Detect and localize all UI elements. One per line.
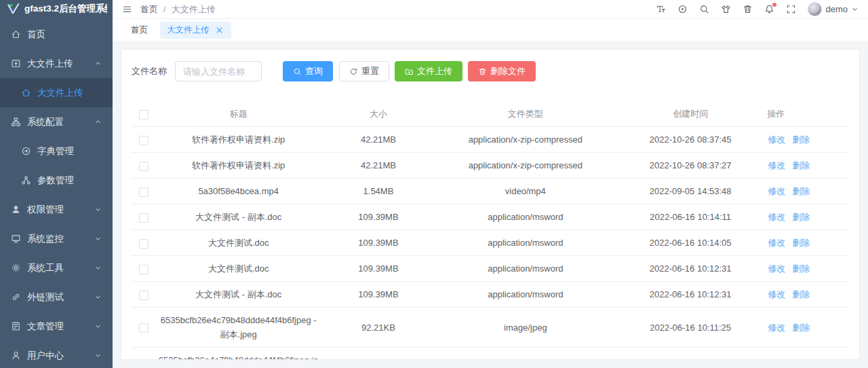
sidebar-item-param-management[interactable]: 参数管理 bbox=[0, 166, 113, 195]
sidebar-item-big-file-upload[interactable]: 大文件上传 bbox=[0, 78, 113, 107]
cell-title: 软件著作权申请资料.zip bbox=[156, 153, 321, 179]
theme-icon[interactable] bbox=[721, 4, 731, 14]
row-checkbox[interactable] bbox=[139, 187, 149, 197]
delete-link[interactable]: 删除 bbox=[792, 238, 810, 248]
delete-link[interactable]: 删除 bbox=[792, 263, 810, 274]
table-row: 软件著作权申请资料.zip42.21MBapplication/x-zip-co… bbox=[132, 153, 849, 179]
delete-link[interactable]: 删除 bbox=[792, 323, 810, 333]
edit-link[interactable]: 修改 bbox=[768, 323, 785, 333]
column-actions: 操作 bbox=[766, 103, 849, 127]
row-checkbox[interactable] bbox=[139, 162, 149, 171]
file-name-input[interactable] bbox=[175, 61, 262, 81]
breadcrumb-home[interactable]: 首页 bbox=[140, 3, 158, 16]
sidebar-item-home[interactable]: 首页 bbox=[0, 20, 113, 49]
delete-link[interactable]: 删除 bbox=[792, 134, 810, 145]
cell-created: 2022-06-16 10:12:31 bbox=[615, 256, 766, 282]
sidebar: gfast3.2后台管理系统 首页大文件上传大文件上传系统配置字典管理参数管理权… bbox=[0, 0, 113, 368]
user-filled-icon bbox=[11, 204, 21, 215]
sidebar-item-label: 字典管理 bbox=[37, 145, 74, 158]
table-row: 6535bcfb26e4c79b48ddde44f4b6fjpeg.jpeg92… bbox=[132, 348, 849, 361]
row-checkbox[interactable] bbox=[139, 291, 149, 300]
sidebar-item-permission-management[interactable]: 权限管理 bbox=[0, 195, 113, 224]
cell-size: 42.21MB bbox=[321, 153, 435, 179]
upload-button[interactable]: 文件上传 bbox=[395, 61, 462, 81]
params-icon bbox=[21, 175, 31, 185]
cell-title: 大文件测试 - 副本.doc bbox=[156, 282, 321, 308]
sidebar-item-system-monitor[interactable]: 系统监控 bbox=[0, 224, 113, 253]
sidebar-item-system-tools[interactable]: 系统工具 bbox=[0, 253, 113, 282]
row-checkbox[interactable] bbox=[139, 213, 149, 223]
row-checkbox[interactable] bbox=[139, 265, 149, 274]
breadcrumb-separator: / bbox=[163, 4, 166, 14]
sidebar-item-system-config[interactable]: 系统配置 bbox=[0, 107, 113, 136]
notification-badge bbox=[772, 3, 776, 7]
row-checkbox[interactable] bbox=[139, 323, 149, 333]
delete-files-button[interactable]: 删除文件 bbox=[468, 61, 536, 81]
content: 文件名称 查询 重置 文件上传 bbox=[113, 41, 868, 368]
cell-type: image/jpeg bbox=[436, 348, 616, 361]
locate-icon[interactable] bbox=[677, 4, 688, 14]
main-area: 首页 / 大文件上传 demo 首页 bbox=[113, 0, 868, 368]
cell-type: image/jpeg bbox=[436, 308, 616, 348]
cell-type: application/msword bbox=[436, 230, 616, 256]
delete-link[interactable]: 删除 bbox=[792, 160, 810, 170]
cell-size: 92.21KB bbox=[321, 348, 435, 361]
home-icon bbox=[21, 88, 31, 98]
sidebar-menu: 首页大文件上传大文件上传系统配置字典管理参数管理权限管理系统监控系统工具外链测试… bbox=[0, 16, 113, 368]
edit-link[interactable]: 修改 bbox=[768, 238, 785, 248]
edit-link[interactable]: 修改 bbox=[768, 212, 785, 222]
column-title: 标题 bbox=[156, 103, 321, 127]
edit-link[interactable]: 修改 bbox=[768, 263, 785, 274]
tab-big-file-upload[interactable]: 大文件上传 bbox=[160, 22, 231, 39]
tab-home[interactable]: 首页 bbox=[124, 22, 155, 39]
reset-button[interactable]: 重置 bbox=[339, 61, 389, 81]
row-checkbox[interactable] bbox=[139, 136, 149, 145]
sidebar-item-label: 大文件上传 bbox=[27, 58, 73, 70]
sidebar-item-external-link-test[interactable]: 外链测试 bbox=[0, 282, 113, 312]
edit-link[interactable]: 修改 bbox=[768, 186, 785, 196]
menu-fold-icon[interactable] bbox=[122, 4, 132, 14]
delete-link[interactable]: 删除 bbox=[792, 289, 810, 299]
folder-upload-icon bbox=[405, 67, 414, 76]
delete-link[interactable]: 删除 bbox=[792, 212, 810, 222]
select-all-checkbox[interactable] bbox=[139, 110, 149, 119]
chevron-down-icon bbox=[94, 206, 102, 213]
logo[interactable]: gfast3.2后台管理系统 bbox=[0, 0, 113, 16]
edit-link[interactable]: 修改 bbox=[768, 134, 785, 145]
fullscreen-icon[interactable] bbox=[786, 4, 796, 14]
cell-size: 109.39MB bbox=[321, 204, 435, 230]
sidebar-item-article-management[interactable]: 文章管理 bbox=[0, 312, 113, 341]
sidebar-item-big-file-upload-group[interactable]: 大文件上传 bbox=[0, 49, 113, 78]
trash-icon[interactable] bbox=[743, 4, 753, 14]
font-size-icon[interactable] bbox=[656, 4, 666, 14]
row-checkbox[interactable] bbox=[139, 239, 149, 249]
sidebar-item-label: 系统监控 bbox=[27, 233, 64, 245]
query-button[interactable]: 查询 bbox=[283, 61, 333, 81]
cell-created: 2022-10-26 08:37:45 bbox=[615, 127, 766, 153]
delete-link[interactable]: 删除 bbox=[792, 186, 810, 196]
avatar bbox=[808, 2, 822, 16]
app-window: gfast3.2后台管理系统 首页大文件上传大文件上传系统配置字典管理参数管理权… bbox=[0, 0, 868, 368]
user-menu[interactable]: demo bbox=[808, 2, 859, 16]
breadcrumb-current: 大文件上传 bbox=[172, 3, 216, 16]
cell-created: 2022-06-16 10:11:25 bbox=[615, 348, 766, 361]
edit-link[interactable]: 修改 bbox=[768, 160, 785, 170]
bell-icon[interactable] bbox=[764, 4, 774, 14]
tools-icon bbox=[11, 263, 21, 273]
edit-link[interactable]: 修改 bbox=[768, 289, 785, 299]
column-size: 大小 bbox=[321, 103, 435, 127]
table-row: 大文件测试 - 副本.doc109.39MBapplication/msword… bbox=[132, 204, 849, 230]
sidebar-item-label: 外链测试 bbox=[27, 291, 64, 303]
brand-logo-icon bbox=[5, 1, 20, 16]
cell-created: 2022-10-26 08:37:27 bbox=[615, 153, 766, 179]
sidebar-item-dict-management[interactable]: 字典管理 bbox=[0, 136, 113, 166]
cell-actions: 修改删除 bbox=[766, 153, 849, 179]
cell-created: 2022-09-05 14:53:48 bbox=[615, 179, 766, 204]
chevron-down-icon bbox=[94, 293, 102, 301]
sidebar-item-label: 参数管理 bbox=[37, 174, 74, 187]
sidebar-item-user-center[interactable]: 用户中心 bbox=[0, 341, 113, 368]
user-name: demo bbox=[825, 4, 848, 14]
search-icon[interactable] bbox=[699, 4, 709, 14]
close-icon[interactable] bbox=[214, 25, 224, 35]
table-row: 5a30f58e4bcea.mp41.54MBvideo/mp42022-09-… bbox=[132, 179, 849, 204]
